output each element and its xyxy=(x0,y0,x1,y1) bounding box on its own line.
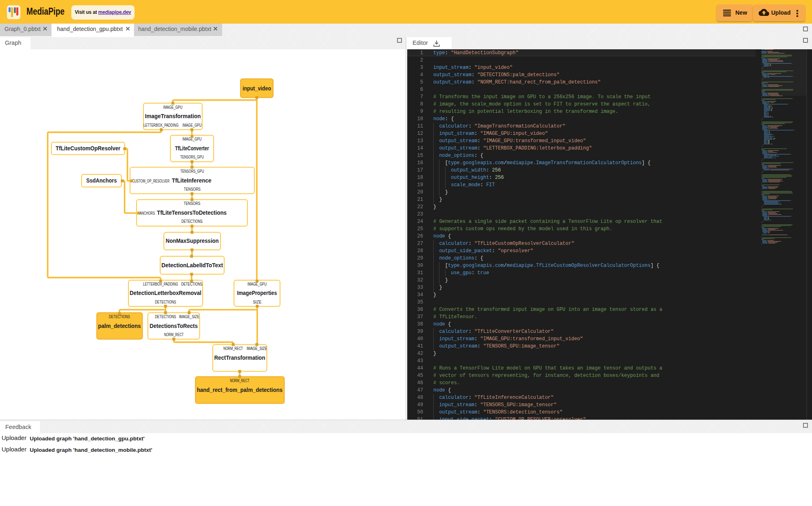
svg-text:ImageTransformation: ImageTransformation xyxy=(145,113,201,119)
svg-text:TENSORS: TENSORS xyxy=(184,201,201,206)
svg-text:TfLiteTensorsToDetections: TfLiteTensorsToDetections xyxy=(157,209,227,216)
svg-text:DETECTIONS: DETECTIONS xyxy=(109,315,130,319)
svg-text:DetectionLabelIdToText: DetectionLabelIdToText xyxy=(161,262,223,268)
svg-text:NORM_RECT: NORM_RECT xyxy=(164,332,184,337)
svg-text:NonMaxSuppression: NonMaxSuppression xyxy=(166,238,219,244)
svg-text:palm_detections: palm_detections xyxy=(98,323,141,329)
svg-text:TfLiteInference: TfLiteInference xyxy=(172,177,212,184)
svg-text:DETECTIONS: DETECTIONS xyxy=(155,315,176,319)
svg-text:SIZE: SIZE xyxy=(253,300,262,304)
svg-text:SsdAnchors: SsdAnchors xyxy=(86,177,117,184)
svg-text:DETECTIONS: DETECTIONS xyxy=(181,219,203,224)
svg-text:DETECTIONS: DETECTIONS xyxy=(155,300,176,304)
svg-text:CUSTOM_OP_RESOLVER: CUSTOM_OP_RESOLVER xyxy=(132,179,170,183)
svg-text:TENSORS_GPU: TENSORS_GPU xyxy=(180,155,204,159)
svg-text:IMAGE_SIZE: IMAGE_SIZE xyxy=(179,315,199,319)
svg-text:LETTERBOX_PADDING: LETTERBOX_PADDING xyxy=(143,123,179,128)
svg-text:RectTransformation: RectTransformation xyxy=(214,354,265,361)
svg-text:TfLiteConverter: TfLiteConverter xyxy=(175,145,209,152)
svg-text:DetectionLetterboxRemoval: DetectionLetterboxRemoval xyxy=(130,290,201,296)
svg-text:ANCHORS: ANCHORS xyxy=(139,211,155,216)
svg-text:NORM_RECT: NORM_RECT xyxy=(223,346,243,351)
svg-text:IMAGE_GPU: IMAGE_GPU xyxy=(183,123,202,128)
svg-text:IMAGE_GPU: IMAGE_GPU xyxy=(163,105,183,110)
svg-text:TfLiteCustomOpResolver: TfLiteCustomOpResolver xyxy=(56,145,121,152)
svg-text:DetectionsToRects: DetectionsToRects xyxy=(150,323,198,329)
svg-text:ImageProperties: ImageProperties xyxy=(237,290,277,296)
svg-text:TENSORS_GPU: TENSORS_GPU xyxy=(181,169,204,174)
svg-text:TENSORS: TENSORS xyxy=(184,187,201,191)
svg-text:IMAGE_SIZE: IMAGE_SIZE xyxy=(247,346,267,351)
svg-text:input_video: input_video xyxy=(243,85,271,92)
svg-text:NORM_RECT: NORM_RECT xyxy=(230,378,249,383)
svg-text:hand_rect_from_palm_detections: hand_rect_from_palm_detections xyxy=(197,387,282,393)
